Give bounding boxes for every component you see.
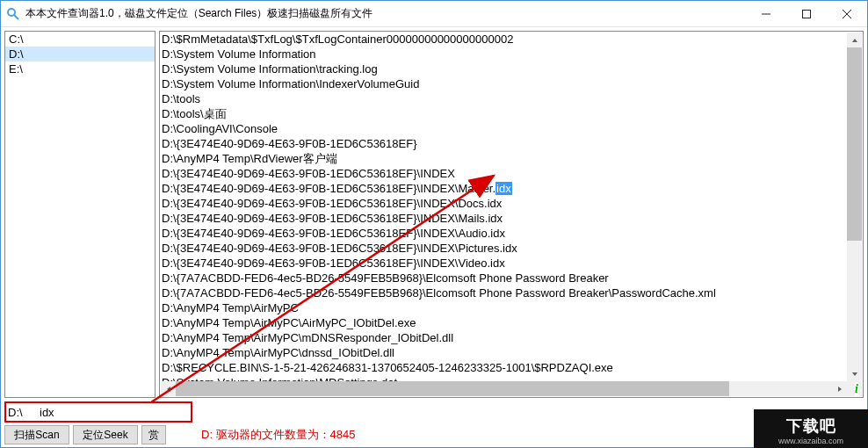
bottom-bar: D:\ i 扫描Scan 定位Seek 赏 D: 驱动器的文件数量为：4845 [1, 401, 867, 447]
app-icon [6, 7, 20, 21]
drive-item[interactable]: E:\ [5, 61, 155, 76]
maximize-button[interactable] [786, 1, 827, 26]
result-line[interactable]: D:\System Volume Information\IndexerVolu… [162, 76, 848, 91]
result-line[interactable]: D:\{3E474E40-9D69-4E63-9F0B-1ED6C53618EF… [162, 256, 848, 271]
result-line[interactable]: D:\AnyMP4 Temp\AirMyPC [162, 300, 848, 315]
result-line[interactable]: D:\$RmMetadata\$TxfLog\$TxfLogContainer0… [162, 32, 848, 47]
search-input[interactable] [36, 401, 192, 423]
result-line[interactable]: D:\{3E474E40-9D69-4E63-9F0B-1ED6C53618EF… [162, 181, 848, 196]
result-line[interactable]: D:\{3E474E40-9D69-4E63-9F0B-1ED6C53618EF… [162, 211, 848, 226]
result-line[interactable]: D:\CoolingAVI\Console [162, 121, 848, 136]
current-drive-label: D:\ [4, 401, 36, 423]
result-line[interactable]: D:\{3E474E40-9D69-4E63-9F0B-1ED6C53618EF… [162, 136, 848, 151]
title-bar: 本本文件查询器1.0，磁盘文件定位（Search Files）极速扫描磁盘所有文… [1, 1, 867, 27]
result-line[interactable]: D:\{3E474E40-9D69-4E63-9F0B-1ED6C53618EF… [162, 226, 848, 241]
results-list[interactable]: D:\$RmMetadata\$TxfLog\$TxfLogContainer0… [160, 32, 848, 382]
svg-line-1 [14, 15, 18, 19]
svg-rect-3 [803, 10, 811, 18]
scroll-up-button[interactable] [847, 33, 862, 47]
scan-button[interactable]: 扫描Scan [4, 425, 69, 444]
results-panel: D:\$RmMetadata\$TxfLog\$TxfLogContainer0… [159, 31, 864, 398]
drive-item[interactable]: D:\ [5, 47, 155, 61]
result-line[interactable]: D:\AnyMP4 Temp\RdViewer客户端 [162, 151, 848, 166]
result-line[interactable]: D:\{3E474E40-9D69-4E63-9F0B-1ED6C53618EF… [162, 196, 848, 211]
results-wrap: D:\$RmMetadata\$TxfLog\$TxfLogContainer0… [159, 31, 864, 398]
result-line[interactable]: D:\tools\桌面 [162, 106, 848, 121]
hscroll-track[interactable] [176, 381, 832, 396]
svg-marker-6 [852, 39, 857, 42]
seek-button[interactable]: 定位Seek [73, 425, 138, 444]
window-buttons [746, 1, 867, 26]
result-line[interactable]: D:\{3E474E40-9D69-4E63-9F0B-1ED6C53618EF… [162, 166, 848, 181]
result-line[interactable]: D:\System Volume Information\tracking.lo… [162, 61, 848, 76]
drive-item[interactable]: C:\ [5, 32, 155, 47]
status-text: D: 驱动器的文件数量为：4845 [201, 427, 356, 443]
vscroll-thumb[interactable] [847, 47, 862, 241]
result-line[interactable]: D:\AnyMP4 Temp\AirMyPC\AirMyPC_IObitDel.… [162, 315, 848, 330]
close-button[interactable] [827, 1, 867, 26]
horizontal-scrollbar[interactable] [161, 381, 847, 396]
result-line[interactable]: D:\System Volume Information [162, 47, 848, 61]
scroll-left-button[interactable] [161, 381, 176, 396]
main-area: C:\D:\E:\ D:\$RmMetadata\$TxfLog\$TxfLog… [1, 27, 867, 401]
result-line[interactable]: D:\tools [162, 91, 848, 106]
svg-marker-9 [838, 387, 842, 392]
result-line[interactable]: D:\AnyMP4 Temp\AirMyPC\dnssd_IObitDel.dl… [162, 345, 848, 360]
result-line[interactable]: D:\{7A7ACBDD-FED6-4ec5-BD26-5549FEB5B968… [162, 271, 848, 285]
scroll-down-button[interactable] [847, 366, 862, 381]
info-icon[interactable]: i [855, 382, 858, 396]
result-line[interactable]: D:\$RECYCLE.BIN\S-1-5-21-426246831-13706… [162, 360, 848, 375]
result-line[interactable]: D:\{7A7ACBDD-FED6-4ec5-BD26-5549FEB5B968… [162, 285, 848, 300]
hscroll-thumb[interactable] [176, 381, 729, 396]
drives-list[interactable]: C:\D:\E:\ [4, 31, 156, 398]
svg-point-0 [8, 9, 15, 16]
reward-button[interactable]: 赏 [141, 425, 166, 444]
minimize-button[interactable] [746, 1, 786, 26]
vertical-scrollbar[interactable] [847, 33, 862, 381]
svg-marker-7 [852, 372, 857, 376]
scroll-right-button[interactable] [832, 381, 847, 396]
vscroll-track[interactable] [847, 47, 862, 366]
svg-marker-8 [167, 387, 170, 392]
window-title: 本本文件查询器1.0，磁盘文件定位（Search Files）极速扫描磁盘所有文… [25, 6, 746, 21]
result-line[interactable]: D:\AnyMP4 Temp\AirMyPC\mDNSResponder_IOb… [162, 330, 848, 345]
result-line[interactable]: D:\{3E474E40-9D69-4E63-9F0B-1ED6C53618EF… [162, 241, 848, 256]
